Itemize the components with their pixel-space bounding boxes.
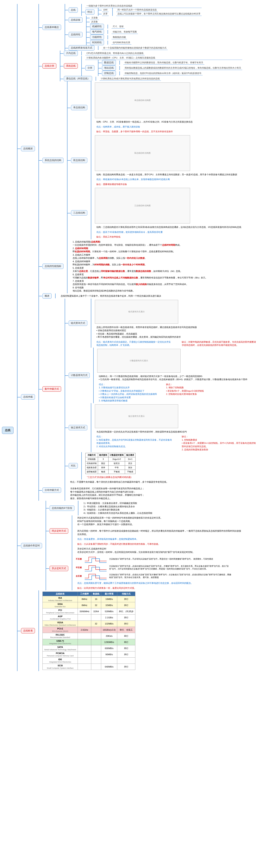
waveform-row: 全互锁主设备发出"请求"信号后，必须在从设备"回答"后才撤销"请求"信号；从设备… (76, 572, 232, 580)
waveform-icon (84, 564, 107, 571)
waveform-row: 半互锁主设备发出"请求"信号后，必须在接到从设备的"回答"信号后，才撤销"请求"… (76, 564, 232, 571)
waveform-label: 不互锁 (76, 558, 84, 560)
diagram-image: 单总线结构 结构图 (95, 83, 190, 118)
leaf-text: 每根线的功能 (112, 35, 127, 39)
text-block: 优点：总线周期长度可变，能保证两个工作速度相差很大的部件或设备之间可靠地进行信息… (76, 581, 232, 586)
text-block: 1）申请分配阶段：主设备发出请求，经仲裁确定使用权 2）寻址阶段：主模块通过总线… (82, 501, 154, 516)
table-row: VESAVideo Electronics Standard Architect… (43, 621, 135, 627)
leaf-text: CPU芯片内部寄存器之间、寄存器与ALU之间的公共连接线 (85, 51, 145, 55)
bus-standard-table: 总线标准工作频率数据线最大带宽传输方式ISAIndustry Standard … (42, 592, 135, 670)
table-header: 传输方式 (117, 592, 135, 596)
leaf-text: 一组能为多个部件分时共享的公共信息传送线路 (85, 4, 202, 8)
node-label[interactable]: 总线传输的4个阶段 (50, 505, 74, 511)
node-label: 片内总线 (64, 51, 78, 56)
text-block: 优点：传送速度快，具有较高的传输速率；总线控制逻辑简单。 (76, 537, 244, 541)
node-label[interactable]: 独立请求方式 (69, 425, 87, 430)
node-label[interactable]: 三总线结构 (71, 210, 87, 216)
text-block: 结构特点：用一个计数器控制总线使用权，相对链式查询方式多了一组设备地址线，少了一… (97, 374, 249, 382)
table-row: ISAIndustry Standard Architecture8MHz161… (43, 596, 135, 602)
node-label: 时间特性 (90, 40, 104, 45)
waveform-label: 全互锁 (76, 575, 84, 578)
text-block: 优点：提高了I/O设备的性能，使其更快地响应命令，提高系统吞吐量 (95, 230, 243, 235)
node-label[interactable]: 分类 (85, 65, 94, 71)
text-block: 缺点：主从设备属于强制性同步；不能及时进行数据通信的有效性检验，可靠性较差。 (76, 541, 244, 547)
text-block: 特点：不需要中央仲裁器，每个潜在的主模块都有自己的仲裁器和仲裁号，多个仲裁器竞争… (69, 479, 170, 501)
node-label[interactable]: 单总线结构 (71, 105, 87, 110)
node-label: 分时 (102, 8, 109, 12)
leaf-text: 计算机系统内各功能部件（CPU、主存、I/O接口）之间相互连接的总线 (85, 56, 242, 60)
leaf-text: 同一时刻只允许一个部件向总线发送信息 (116, 8, 158, 12)
text-block: 缺点：对硬件电路的故障敏感，且优先级不能改变。当优先级高的部件频繁请求使用总线时… (180, 340, 259, 348)
arbitration-compare-table: 仲裁方式链式查询计数器定时查询独立请求控制线数3⌈log₂n⌉+22n+1优先级… (85, 453, 135, 474)
table-row: EISAExtended ISA8MHz3232MB/s并行 (43, 602, 135, 609)
table-header: 总线标准 (43, 592, 78, 596)
leaf-text: 信号和时序的关系 (112, 41, 131, 44)
node-label[interactable]: 双总线结构 (71, 158, 87, 163)
table-row: PCI-EPCI-Express (3GIO)2.5GHz16GB/s(v2.0… (43, 627, 135, 633)
node-label[interactable]: 总线的性能指标 (42, 264, 63, 269)
node-label: 主设备 (90, 16, 99, 20)
node-label[interactable]: 异步定时方式 (50, 566, 68, 571)
node-label[interactable]: 总线基本概念 (42, 25, 61, 30)
node-label: 共享 (102, 12, 109, 16)
node-label[interactable]: 同步定时方式 (50, 528, 68, 534)
node-label: 功能特性 (90, 34, 104, 40)
text-block: 缺点：比同步控制方式稍复杂一些，速度比同步定时方式慢。 (76, 586, 232, 591)
node-label[interactable]: 特点 (85, 9, 94, 15)
text-block: 当总线控制器按一定的优先次序决定批准某个部件的请求时，则给该部件发送总线批准BG… (95, 429, 259, 434)
node-label[interactable]: 总线概述 (21, 146, 35, 151)
node-label[interactable]: 总线分类 (42, 63, 56, 69)
waveform-row: 不互锁主设备发出"请求"信号后，不必等到从设备的"回答"信号，而是经过一段时间便… (76, 555, 232, 563)
leaf-text: 计算机系统之间或计算机系统与其他系统之间传送信息的总线 (100, 77, 161, 81)
text-block: 优点： 1. 响应速度快，总线允许信号BG直接从控制器发送到有关设备，不必在设备… (95, 434, 174, 452)
table-header: 工作频率 (78, 592, 91, 596)
root-node[interactable]: 总线 (2, 427, 13, 434)
node-label[interactable]: 计数器查询方式 (69, 373, 90, 378)
leaf-text: 尺寸、形状 (112, 25, 125, 29)
node-label[interactable]: 总线设备 (69, 17, 83, 23)
text-block: 缺点： 1. 控制线数量多 • 若设备有n个，则需要2n+1条控制线。其中+1为… (180, 434, 259, 452)
leaf-text: 传输各功能部件之间的数据信息，双向传输总线，位数与机器字长、存储字长有关 (123, 61, 205, 65)
table-row: SATASerial Advanced Technology Attachmen… (43, 645, 135, 651)
node-label[interactable]: 总线操作和定时 (21, 543, 42, 548)
text-block: 缺点：带宽低、负载重，多个部件只能争用唯一的总线，且不支持并发传送操作 (95, 129, 194, 134)
text-block: 优点： 1. 计数初始值可以改变优先次序 • 计数每次从"0"开始，设备的优先次… (97, 382, 159, 403)
table-header: 最大带宽 (101, 592, 117, 596)
text-block: 总线控制逻辑基本上集中于一个设备中。将所有的总线请求集中起来，利用一个特定的裁决… (59, 293, 163, 299)
node-label: 控制总线 (102, 71, 116, 76)
text-block: 结构：三总线结构是在计算机系统各部件之间采用3条各自独立的总线来构成信息通路，这… (95, 225, 243, 230)
table-row: SCSISmall Computer System Interface640MB… (43, 664, 135, 670)
node-label[interactable]: 总线仲裁 (21, 394, 35, 400)
node-label: 概述 (42, 293, 52, 299)
text-block: 异步定时方式 总线操作和定时 在异步定时方式中，没有统一的时钟，也没有固定的时间… (76, 546, 232, 555)
text-block: 缺点：需要增加通道等硬件设备 (95, 182, 239, 187)
node-label[interactable]: 总线特性 (69, 32, 83, 37)
text-block: 结构：双总线结构有两条总线：一条是主存总线，用于CPU、主存和通道之间传送数据；… (95, 172, 239, 177)
node-label[interactable]: 集中仲裁方式 (42, 386, 61, 392)
text-block: 缺点：系统工作效率较低 (95, 235, 243, 239)
leaf-text: 总线上可以挂接多个部件，各个部件之间互相交换的信息都可以通过这组线路分时共享 (116, 12, 202, 16)
diagram-image: 三总线结构 结构图 (95, 188, 190, 223)
node-label[interactable]: 总线标准 (21, 628, 35, 633)
text-block: 结构：CPU、主存、I/O设备都挂在一组总线上，允许I/O设备之间、I/O设备与… (95, 119, 194, 124)
text-block: 同步定时方式是指系统采用一个统一的时钟信号来协调发送和接收双方的传送定时关系。 … (76, 516, 244, 537)
table-header: 数据线 (91, 592, 101, 596)
node-label: 从设备 (90, 20, 99, 24)
leaf-text: 用来指出数据总线上的源数据或目的数据所在的主存单元或I/O端口的地址，单向传输总… (123, 66, 242, 70)
diagram-image: 计数器查询方式 图示 (97, 349, 181, 373)
node-label[interactable]: 总线 (69, 7, 78, 13)
node-label: 电气特性 (90, 29, 104, 34)
waveform-desc: 主设备发出"请求"信号后，必须在接到从设备的"回答"信号后，才撤销"请求"信号，… (109, 565, 232, 570)
node-label[interactable]: 系统总线 (64, 63, 78, 69)
node-label[interactable]: 链式查询方式 (69, 320, 87, 326)
node-label[interactable]: 分布仲裁方式 (42, 488, 61, 493)
table-row: USB (*)Integrated Drive Electronics1280M… (43, 639, 135, 645)
node-label: 地址总线 (102, 65, 116, 71)
leaf-text: 传输控制信息，包括CPU送出的控制命令和主存（或外设）返回CPU的反馈信号 (123, 71, 203, 75)
node-label[interactable]: 系统总线的结构 (42, 158, 63, 163)
table-row: PCIPeripheral Component Interconnect33/6… (43, 609, 135, 615)
text-block: 总线上所有的部件共用一根总线请求线，有部件请求使用总线时，通过该线发总线请求信号… (95, 325, 259, 340)
waveform-icon (84, 555, 107, 563)
table-row: IDEIntegrated Drive Electronics (43, 658, 135, 664)
text-block: 优点：结构简单，成本低，易于接入新的设备 (95, 124, 194, 129)
